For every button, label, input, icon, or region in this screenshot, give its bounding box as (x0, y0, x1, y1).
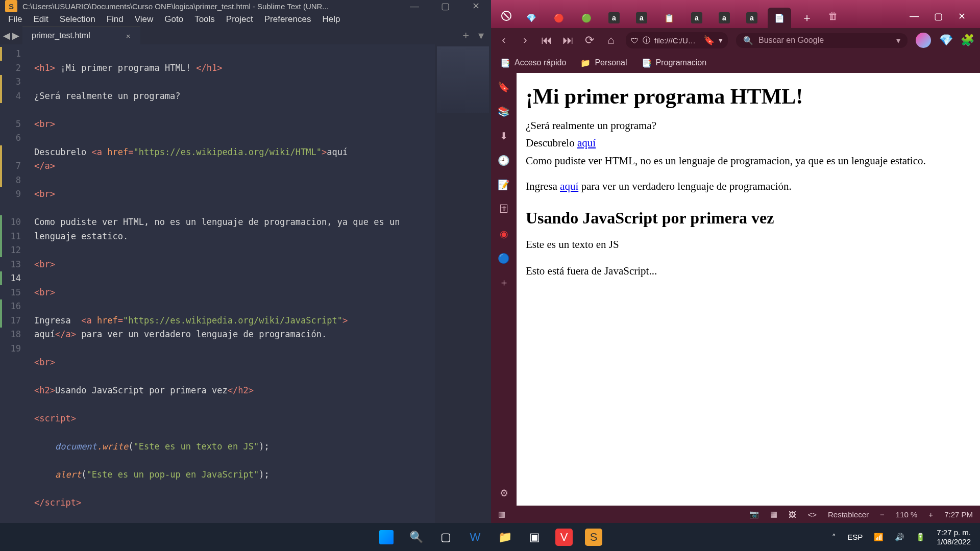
capture-icon[interactable]: 📷 (749, 510, 759, 519)
tab-primer-test[interactable]: primer_test.html × (22, 27, 140, 44)
nav-back-icon[interactable]: ◀ (3, 30, 10, 41)
battery-icon[interactable]: 🔋 (916, 533, 925, 542)
task-view-button[interactable]: ▢ (437, 529, 454, 546)
new-tab-button[interactable]: ＋ (795, 8, 819, 28)
page-actions-icon[interactable]: <> (807, 510, 817, 519)
bookmark-menu-icon[interactable]: ▾ (719, 36, 723, 45)
downloads-icon[interactable]: ⬇ (498, 130, 509, 141)
images-icon[interactable]: 🖼 (789, 510, 796, 519)
reload-icon[interactable]: ⟳ (583, 34, 596, 47)
maximize-button[interactable]: ▢ (430, 1, 460, 12)
tab-3[interactable]: 🟢 (575, 8, 598, 28)
bookmarks-panel-icon[interactable]: 🔖 (498, 81, 509, 92)
search-placeholder: Buscar en Google (758, 36, 824, 45)
bm-acceso[interactable]: 📑 Acceso rápido (500, 58, 566, 68)
ln: 15 (0, 286, 21, 300)
menu-file[interactable]: File (3, 12, 27, 27)
ln: 12 (0, 243, 21, 258)
menu-goto[interactable]: Goto (159, 12, 188, 27)
tab-8[interactable]: a (713, 8, 736, 28)
extensions-icon[interactable]: 🧩 (961, 34, 974, 47)
home-icon[interactable]: ⌂ (604, 34, 618, 47)
ln: 1 (0, 47, 21, 61)
browser-close-icon[interactable]: ✕ (958, 11, 966, 22)
menu-edit[interactable]: Edit (28, 12, 53, 27)
tab-menu-icon[interactable]: ▾ (478, 29, 484, 42)
zoom-in-icon[interactable]: + (928, 510, 933, 519)
rewind-icon[interactable]: ⏮ (540, 34, 553, 47)
close-button[interactable]: ✕ (460, 1, 491, 12)
menu-selection[interactable]: Selection (55, 12, 101, 27)
tab-6[interactable]: 📋 (657, 8, 681, 28)
bookmark-icon[interactable]: 🔖 (703, 35, 715, 46)
nav-forward-icon[interactable]: › (519, 34, 532, 47)
add-panel-icon[interactable]: ＋ (498, 277, 509, 288)
link-aqui-1[interactable]: aquí (577, 137, 596, 149)
menu-help[interactable]: Help (317, 12, 345, 27)
new-tab-icon[interactable]: + (462, 29, 469, 42)
info-icon: ⓘ (643, 36, 650, 45)
translate-icon[interactable]: 🈂 (498, 204, 509, 215)
tab-9[interactable]: a (740, 8, 764, 28)
browser-min-icon[interactable]: — (910, 11, 919, 22)
history-icon[interactable]: 🕘 (498, 155, 509, 166)
menu-find[interactable]: Find (102, 12, 129, 27)
explorer-icon[interactable]: 📁 (496, 529, 513, 546)
google-panel-icon[interactable]: 🔵 (498, 253, 509, 264)
tab-active[interactable]: 📄 (768, 8, 791, 28)
system-clock[interactable]: 7:27 p. m. 1/08/2022 (937, 528, 971, 546)
closed-tabs-icon[interactable]: 🗑 (828, 10, 838, 22)
minimize-button[interactable]: — (399, 1, 430, 12)
tab-2[interactable]: 🔴 (547, 8, 571, 28)
ln: 8 (0, 173, 21, 188)
tab-7[interactable]: a (685, 8, 708, 28)
sublime-taskbar-icon[interactable]: S (585, 529, 602, 546)
nav-back-icon[interactable]: ‹ (497, 34, 510, 47)
volume-icon[interactable]: 🔊 (895, 533, 904, 542)
settings-icon[interactable]: ⚙ (498, 487, 509, 498)
reading-list-icon[interactable]: 📚 (498, 106, 509, 117)
vivaldi-menu-icon[interactable] (498, 8, 514, 24)
ffwd-icon[interactable]: ⏭ (561, 34, 575, 47)
bm-programacion[interactable]: 📑 Programacion (642, 58, 707, 68)
nav-fwd-icon[interactable]: ▶ (12, 30, 19, 41)
search-field[interactable]: 🔍 Buscar en Google ▾ (736, 33, 908, 48)
tray-chevron-icon[interactable]: ˄ (832, 533, 836, 542)
zoom-reset[interactable]: Restablecer (828, 510, 869, 519)
link-aqui-2[interactable]: aquí (560, 180, 578, 192)
ln: 14 (0, 271, 21, 286)
terminal-icon[interactable]: ▣ (526, 529, 543, 546)
menu-preferences[interactable]: Preferences (259, 12, 316, 27)
vivaldi-panel-icon[interactable]: ◉ (498, 228, 509, 239)
notes-icon[interactable]: 📝 (498, 179, 509, 190)
search-engine-menu-icon[interactable]: ▾ (896, 36, 900, 45)
menu-tools[interactable]: Tools (189, 12, 220, 27)
url-field[interactable]: 🛡 ⓘ file:///C:/U… 🔖 ▾ (626, 32, 728, 48)
gem-icon[interactable]: 💎 (939, 34, 952, 47)
tab-4[interactable]: a (602, 8, 626, 28)
tiling-icon[interactable]: ▦ (770, 510, 777, 519)
word-icon[interactable]: W (467, 529, 484, 546)
menu-view[interactable]: View (130, 12, 159, 27)
ln: 11 (0, 230, 21, 244)
start-button[interactable] (378, 529, 395, 546)
tab-1[interactable]: 💎 (520, 8, 543, 28)
minimap[interactable] (435, 44, 491, 551)
editor-area[interactable]: 1 2 3 4 5 6 7 8 9 10 11 12 13 14 15 16 1… (0, 44, 491, 551)
lang-indicator[interactable]: ESP (847, 533, 863, 541)
wifi-icon[interactable]: 📶 (874, 533, 884, 542)
search-button[interactable]: 🔍 (407, 529, 425, 546)
zoom-out-icon[interactable]: − (880, 510, 885, 519)
profile-avatar[interactable] (916, 33, 931, 48)
tab-5[interactable]: a (630, 8, 653, 28)
menu-project[interactable]: Project (221, 12, 258, 27)
browser-max-icon[interactable]: ▢ (934, 11, 943, 22)
panel-toggle-icon[interactable]: ▥ (498, 510, 505, 519)
code[interactable]: <h1> ¡Mi primer programa HTML! </h1> ¿Se… (28, 44, 435, 551)
page-content[interactable]: ¡Mi primer programa HTML! ¿Será realment… (517, 73, 980, 506)
vivaldi-taskbar-icon[interactable]: V (555, 529, 573, 546)
ln: 9 (0, 187, 21, 202)
titlebar[interactable]: S C:\Users\USUARIO\Documents\Curso ONE\l… (0, 0, 491, 12)
bm-personal[interactable]: 📁 Personal (580, 58, 627, 68)
tab-close-icon[interactable]: × (126, 32, 131, 40)
